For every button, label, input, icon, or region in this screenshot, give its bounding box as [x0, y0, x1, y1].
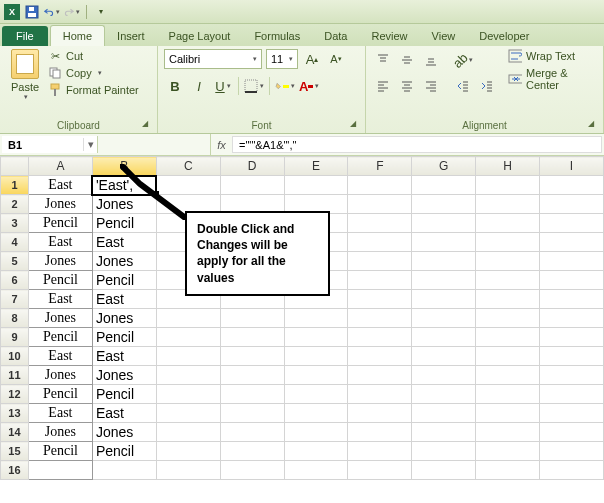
cell[interactable]: Pencil	[92, 385, 156, 404]
cell[interactable]	[220, 366, 284, 385]
formula-bar[interactable]: ="'"&A1&"',"	[232, 136, 602, 153]
cell[interactable]	[220, 442, 284, 461]
cell[interactable]	[348, 404, 412, 423]
cell[interactable]	[476, 404, 540, 423]
row-header[interactable]: 4	[1, 233, 29, 252]
cell[interactable]	[412, 461, 476, 480]
row-header[interactable]: 10	[1, 347, 29, 366]
cell[interactable]	[540, 347, 604, 366]
name-box-dropdown[interactable]: ▾	[83, 138, 97, 151]
cell[interactable]	[412, 195, 476, 214]
cell[interactable]	[412, 252, 476, 271]
align-center-button[interactable]	[396, 75, 418, 97]
cell[interactable]	[540, 385, 604, 404]
cell[interactable]: Jones	[28, 366, 92, 385]
cell[interactable]	[476, 195, 540, 214]
cell[interactable]	[348, 290, 412, 309]
font-size-select[interactable]: 11▾	[266, 49, 298, 69]
cell[interactable]	[476, 252, 540, 271]
cell[interactable]: Jones	[28, 195, 92, 214]
cell[interactable]	[412, 271, 476, 290]
cell[interactable]: East	[92, 404, 156, 423]
cell[interactable]	[412, 366, 476, 385]
tab-page-layout[interactable]: Page Layout	[157, 26, 243, 46]
cell[interactable]	[412, 423, 476, 442]
name-box[interactable]: B1 ▾	[2, 136, 98, 153]
cell[interactable]: Jones	[28, 309, 92, 328]
cell[interactable]	[220, 176, 284, 195]
cell[interactable]	[412, 385, 476, 404]
cell[interactable]	[540, 176, 604, 195]
cell[interactable]: East	[28, 233, 92, 252]
align-right-button[interactable]	[420, 75, 442, 97]
save-button[interactable]	[24, 4, 40, 20]
wrap-text-button[interactable]: Wrap Text	[508, 49, 597, 63]
row-header[interactable]: 6	[1, 271, 29, 290]
col-header-f[interactable]: F	[348, 157, 412, 176]
cell[interactable]	[540, 214, 604, 233]
cell[interactable]	[284, 385, 348, 404]
decrease-font-button[interactable]: A▾	[326, 49, 346, 69]
col-header-d[interactable]: D	[220, 157, 284, 176]
cell[interactable]	[284, 347, 348, 366]
cell[interactable]	[476, 233, 540, 252]
copy-button[interactable]: Copy▾	[48, 66, 139, 80]
cell[interactable]	[540, 195, 604, 214]
cell[interactable]	[156, 328, 220, 347]
cell[interactable]	[348, 328, 412, 347]
cell[interactable]	[284, 442, 348, 461]
cell[interactable]	[348, 195, 412, 214]
cell[interactable]	[476, 366, 540, 385]
col-header-c[interactable]: C	[156, 157, 220, 176]
cell[interactable]: East	[28, 290, 92, 309]
cell[interactable]	[220, 404, 284, 423]
cell[interactable]: Pencil	[92, 214, 156, 233]
cell[interactable]	[476, 214, 540, 233]
cell[interactable]: East	[28, 176, 92, 195]
col-header-a[interactable]: A	[28, 157, 92, 176]
cell[interactable]	[412, 404, 476, 423]
cell[interactable]	[476, 347, 540, 366]
row-header[interactable]: 1	[1, 176, 29, 195]
cell[interactable]: Pencil	[92, 442, 156, 461]
cell[interactable]	[348, 385, 412, 404]
row-header[interactable]: 7	[1, 290, 29, 309]
cell[interactable]	[412, 328, 476, 347]
cell[interactable]	[348, 176, 412, 195]
cell[interactable]	[348, 214, 412, 233]
cell[interactable]	[412, 347, 476, 366]
tab-review[interactable]: Review	[359, 26, 419, 46]
tab-home[interactable]: Home	[50, 25, 105, 46]
cell[interactable]	[540, 461, 604, 480]
col-header-b[interactable]: B	[92, 157, 156, 176]
increase-indent-button[interactable]	[476, 75, 498, 97]
cell[interactable]	[540, 252, 604, 271]
row-header[interactable]: 16	[1, 461, 29, 480]
cell[interactable]: East	[92, 233, 156, 252]
row-header[interactable]: 3	[1, 214, 29, 233]
bold-button[interactable]: B	[164, 75, 186, 97]
cell[interactable]	[412, 309, 476, 328]
cell[interactable]	[156, 423, 220, 442]
orientation-button[interactable]: ab▾	[452, 49, 474, 71]
cell[interactable]	[92, 461, 156, 480]
align-left-button[interactable]	[372, 75, 394, 97]
tab-developer[interactable]: Developer	[467, 26, 541, 46]
font-color-button[interactable]: A▾	[298, 75, 320, 97]
cell[interactable]	[156, 347, 220, 366]
cell[interactable]: Jones	[28, 252, 92, 271]
cell[interactable]	[476, 423, 540, 442]
cell[interactable]	[540, 404, 604, 423]
cell[interactable]	[540, 290, 604, 309]
format-painter-button[interactable]: Format Painter	[48, 83, 139, 97]
cell[interactable]	[156, 176, 220, 195]
cell[interactable]	[348, 461, 412, 480]
cell[interactable]	[284, 176, 348, 195]
cell[interactable]: Pencil	[28, 328, 92, 347]
tab-formulas[interactable]: Formulas	[242, 26, 312, 46]
cell[interactable]	[348, 423, 412, 442]
cell[interactable]	[284, 423, 348, 442]
cell[interactable]	[540, 442, 604, 461]
cell[interactable]	[540, 366, 604, 385]
cell[interactable]: East	[92, 290, 156, 309]
